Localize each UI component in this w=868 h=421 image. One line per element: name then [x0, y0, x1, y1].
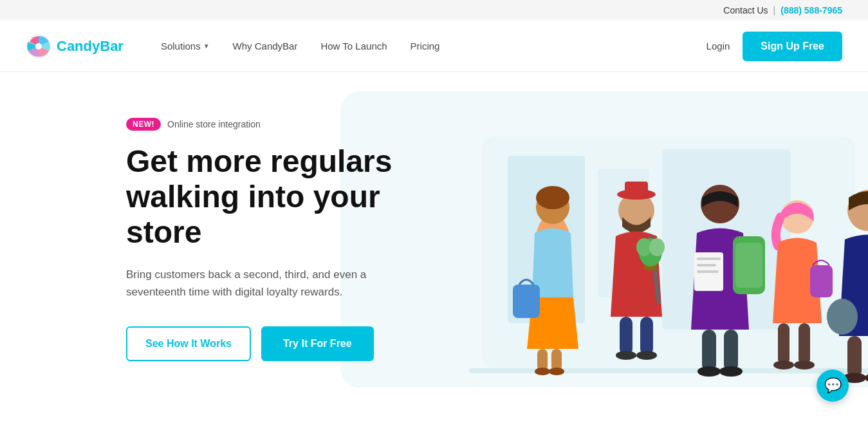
svg-rect-25	[625, 182, 648, 197]
svg-point-22	[616, 351, 636, 360]
hero-illustration	[379, 72, 868, 407]
svg-point-19	[649, 238, 665, 256]
svg-rect-32	[697, 270, 719, 273]
hero-buttons: See How It Works Try It For Free	[126, 326, 399, 361]
svg-rect-40	[799, 323, 810, 365]
svg-rect-28	[735, 243, 762, 288]
hero-content: NEW! Online store integration Get more r…	[0, 79, 425, 400]
svg-rect-31	[697, 264, 716, 267]
hero-subtitle: Bring customers back a second, third, an…	[126, 266, 399, 301]
new-badge: NEW!	[126, 118, 161, 131]
logo-text: CandyBar	[57, 38, 124, 55]
nav-pricing[interactable]: Pricing	[399, 34, 452, 58]
try-it-for-free-button[interactable]: Try It For Free	[261, 326, 374, 361]
logo-icon	[26, 33, 51, 59]
svg-rect-14	[513, 285, 540, 318]
svg-point-48	[865, 373, 868, 383]
badge-row: NEW! Online store integration	[126, 118, 399, 131]
svg-point-36	[719, 366, 743, 377]
svg-rect-38	[810, 265, 833, 297]
svg-point-12	[535, 368, 550, 375]
chat-icon: 💬	[824, 377, 842, 394]
svg-point-1	[35, 43, 42, 50]
chat-button[interactable]: 💬	[817, 370, 849, 402]
svg-rect-39	[778, 323, 790, 365]
svg-rect-21	[640, 317, 653, 355]
hero-section: NEW! Online store integration Get more r…	[0, 72, 868, 407]
login-link[interactable]: Login	[706, 41, 730, 51]
hero-title: Get more regulars walking into your stor…	[126, 144, 399, 250]
logo[interactable]: CandyBar	[26, 33, 124, 59]
badge-text: Online store integration	[167, 119, 261, 129]
svg-point-9	[536, 186, 569, 209]
signup-button[interactable]: Sign Up Free	[743, 32, 842, 61]
chevron-down-icon: ▼	[203, 42, 210, 50]
nav-links: Solutions ▼ Why CandyBar How To Launch P…	[149, 34, 706, 58]
svg-point-42	[794, 360, 815, 370]
svg-rect-33	[702, 330, 716, 371]
svg-point-23	[636, 351, 657, 360]
phone-number[interactable]: (888) 588-7965	[780, 5, 842, 15]
svg-rect-20	[620, 317, 633, 355]
nav-actions: Login Sign Up Free	[706, 32, 842, 61]
see-how-it-works-button[interactable]: See How It Works	[126, 326, 251, 361]
navbar: CandyBar Solutions ▼ Why CandyBar How To…	[0, 21, 868, 72]
svg-rect-34	[724, 330, 738, 371]
contact-label: Contact Us	[723, 5, 768, 15]
topbar: Contact Us | (888) 588-7965	[0, 0, 868, 21]
svg-point-35	[697, 366, 721, 377]
svg-point-41	[773, 360, 794, 370]
topbar-divider: |	[773, 5, 776, 15]
svg-point-13	[549, 368, 564, 375]
svg-rect-30	[697, 257, 721, 260]
svg-point-44	[827, 299, 858, 335]
people-illustration	[379, 98, 868, 407]
nav-how-to-launch[interactable]: How To Launch	[309, 34, 398, 58]
svg-rect-45	[847, 336, 862, 378]
nav-why-candybar[interactable]: Why CandyBar	[221, 34, 309, 58]
nav-solutions[interactable]: Solutions ▼	[149, 34, 221, 58]
